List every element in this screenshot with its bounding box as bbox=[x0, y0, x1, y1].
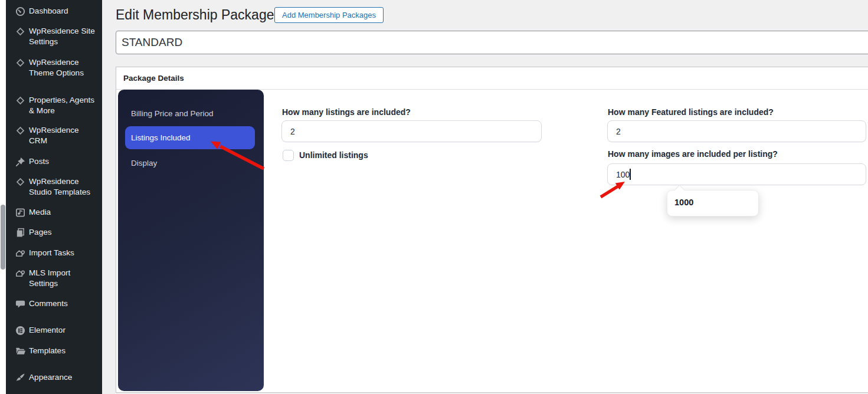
plugin-partial-icon bbox=[15, 391, 26, 394]
tab-listings-included[interactable]: Listings Included bbox=[125, 126, 255, 149]
sidebar-item-pages[interactable]: Pages bbox=[6, 227, 102, 238]
package-title-input[interactable] bbox=[116, 31, 868, 54]
sidebar-item-wpresidence-studio-templates[interactable]: WpResidence Studio Templates bbox=[6, 176, 102, 197]
left-scrollbar-thumb[interactable] bbox=[1, 205, 5, 270]
sidebar-item-elementor[interactable]: Elementor bbox=[6, 325, 102, 336]
unlimited-listings-label[interactable]: Unlimited listings bbox=[299, 150, 368, 160]
unlimited-listings-checkbox[interactable] bbox=[283, 150, 294, 161]
elementor-icon bbox=[15, 325, 26, 336]
sidebar-item-wpresidence-site-settings[interactable]: WpResidence Site Settings bbox=[6, 26, 102, 47]
listings-included-input[interactable] bbox=[281, 120, 542, 142]
comment-icon bbox=[15, 298, 26, 310]
featured-listings-label: How many Featured listings are included? bbox=[608, 107, 774, 117]
autofill-suggestion[interactable]: 1000 bbox=[667, 190, 759, 216]
sidebar-item-wpresidence-crm[interactable]: WpResidence CRM bbox=[6, 125, 102, 146]
sidebar-item-label: Pages bbox=[29, 228, 52, 237]
metabox-title: Package Details bbox=[116, 67, 868, 90]
sidebar-item-properties-agents-more[interactable]: Properties, Agents & More bbox=[6, 95, 102, 116]
sidebar-item-label: Templates bbox=[29, 346, 65, 355]
pushpin-icon bbox=[15, 156, 26, 168]
house-pin-icon bbox=[15, 268, 26, 279]
sidebar-item-templates[interactable]: Templates bbox=[6, 346, 102, 356]
package-tabs-nav: Billing Price and PeriodListings Include… bbox=[118, 90, 264, 391]
dashboard-icon bbox=[15, 6, 26, 17]
sidebar-item-label: Media bbox=[29, 208, 51, 216]
wp-admin-sidebar: DashboardWpResidence Site SettingsWpResi… bbox=[6, 0, 102, 394]
media-icon bbox=[15, 207, 26, 218]
images-per-listing-input[interactable] bbox=[607, 163, 866, 185]
sidebar-item-comments[interactable]: Comments bbox=[6, 298, 102, 309]
tab-billing-price-and-period[interactable]: Billing Price and Period bbox=[131, 109, 214, 118]
tab-display[interactable]: Display bbox=[131, 159, 157, 168]
sidebar-item-mls-import-settings[interactable]: MLS Import Settings bbox=[6, 268, 102, 288]
diamond-icon bbox=[15, 176, 26, 188]
sidebar-item-label: WpResidence Site Settings bbox=[29, 27, 95, 46]
folder-icon bbox=[15, 346, 26, 357]
sidebar-item-label: Properties, Agents & More bbox=[29, 96, 94, 115]
sidebar-item-label: MLS Import Settings bbox=[29, 268, 70, 288]
diamond-icon bbox=[15, 95, 26, 106]
suggestion-value[interactable]: 1000 bbox=[674, 198, 693, 207]
sidebar-item-posts[interactable]: Posts bbox=[6, 156, 102, 167]
sidebar-item-appearance[interactable]: Appearance bbox=[6, 372, 102, 383]
images-per-listing-field-wrap bbox=[607, 163, 866, 185]
sidebar-item-dashboard[interactable]: Dashboard bbox=[6, 6, 102, 17]
add-membership-packages-button[interactable]: Add Membership Packages bbox=[274, 7, 384, 23]
sidebar-item-label: Posts bbox=[29, 157, 49, 166]
listings-included-label: How many listings are included? bbox=[282, 107, 411, 117]
sidebar-item-label: Elementor bbox=[29, 326, 65, 334]
sidebar-item-label: WpResidence Theme Options bbox=[29, 58, 84, 77]
admin-page: DashboardWpResidence Site SettingsWpResi… bbox=[0, 0, 868, 394]
sidebar-item-label: Import Tasks bbox=[29, 248, 74, 257]
diamond-icon bbox=[15, 125, 26, 136]
sidebar-item-label: Appearance bbox=[29, 373, 72, 382]
sidebar-item-label: WpResidence Studio Templates bbox=[29, 177, 90, 196]
sidebar-item-media[interactable]: Media bbox=[6, 207, 102, 218]
sidebar-item-label: WpResidence CRM bbox=[29, 126, 79, 145]
sidebar-item-label: Dashboard bbox=[29, 6, 68, 15]
brush-icon bbox=[15, 372, 26, 383]
left-scrollbar-track bbox=[0, 0, 6, 394]
sidebar-item-label: Comments bbox=[29, 299, 68, 308]
text-cursor bbox=[630, 169, 631, 180]
featured-listings-input[interactable] bbox=[607, 120, 866, 142]
sidebar-item-import-tasks[interactable]: Import Tasks bbox=[6, 248, 102, 258]
images-per-listing-label: How many images are included per listing… bbox=[608, 149, 778, 159]
sidebar-item-wpresidence-theme-options[interactable]: WpResidence Theme Options bbox=[6, 57, 102, 78]
diamond-icon bbox=[15, 57, 26, 68]
house-pin-icon bbox=[15, 248, 26, 259]
pages-icon bbox=[15, 227, 26, 238]
diamond-icon bbox=[15, 26, 26, 37]
page-title: Edit Membership Package bbox=[116, 5, 274, 24]
